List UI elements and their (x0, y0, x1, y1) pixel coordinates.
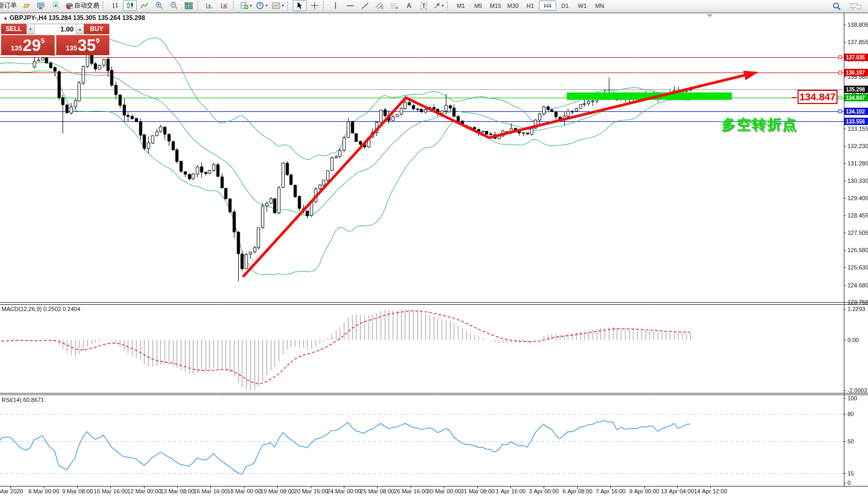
auto-trading-button[interactable]: 自动交易 (64, 0, 101, 11)
toolbar-separator (197, 1, 201, 10)
new-order-button[interactable]: 新订单 (0, 0, 18, 11)
chart-title: ▲ GBPJPY-,H4 135.284 135.305 135.264 135… (3, 14, 145, 22)
bar-chart-button[interactable] (108, 0, 122, 11)
auto-scroll-button[interactable] (203, 0, 217, 11)
chart-shift-icon (220, 2, 229, 9)
timeframe-label: M15 (490, 3, 501, 9)
sell-label: SELL (6, 25, 22, 33)
horizontal-line-icon (346, 3, 354, 8)
text-label-icon: T (421, 2, 427, 9)
timeframe-label: MN (595, 3, 604, 9)
collapse-triangle-icon[interactable]: ▲ (3, 15, 8, 20)
trendline-icon (361, 2, 369, 9)
signal-icon (52, 2, 60, 9)
volume-decrease-button[interactable]: ▼ (27, 24, 35, 34)
timeframe-m30-button[interactable]: M30 (504, 1, 522, 11)
timeframe-label: H1 (527, 3, 534, 9)
crosshair-button[interactable] (308, 0, 321, 11)
rsi-indicator-label: RSI(14) 60.8671 (2, 397, 44, 403)
arrows-tool-button[interactable]: ▾ (432, 0, 445, 11)
vertical-line-tool-button[interactable] (329, 0, 342, 11)
buy-button[interactable]: BUY (84, 24, 109, 34)
sell-price-point: 5 (41, 37, 45, 45)
equidistant-channel-icon: E (375, 2, 384, 9)
chart-shift-button[interactable] (218, 0, 231, 11)
mt4-window: 新订单 自动交易 (0, 0, 868, 497)
chevron-down-icon: ▾ (250, 3, 252, 8)
new-order-label: 新订单 (0, 1, 17, 10)
svg-text:F: F (396, 6, 398, 9)
macd-values: 0.2502 0.2404 (43, 306, 80, 312)
add-indicator-icon (240, 2, 249, 9)
cursor-button[interactable] (293, 0, 307, 11)
tile-windows-button[interactable] (182, 0, 196, 11)
text-tool-button[interactable]: A (402, 0, 416, 11)
comments-button[interactable] (849, 1, 863, 12)
horizontal-line-tool-button[interactable] (343, 0, 357, 11)
timeframe-h1-button[interactable]: H1 (522, 1, 539, 11)
sell-button[interactable]: SELL (1, 24, 26, 34)
timeframe-h4-button[interactable]: H4 (539, 1, 556, 11)
buy-price-whole: 135 (66, 44, 77, 52)
cursor-icon (297, 2, 303, 9)
chevron-down-icon: ▾ (442, 3, 444, 8)
timeframe-label: W1 (578, 3, 587, 9)
periods-button[interactable]: ▾ (254, 0, 269, 11)
sell-price-pips: 29 (23, 38, 40, 54)
search-icon (832, 2, 841, 11)
equidistant-channel-tool-button[interactable]: E (373, 0, 386, 11)
search-button[interactable] (830, 1, 843, 12)
zoom-in-icon (155, 2, 164, 9)
triangle-down-icon: ▼ (29, 27, 33, 31)
tile-windows-icon (185, 2, 193, 9)
gold-ingot-button[interactable] (19, 0, 33, 11)
add-indicator-button[interactable]: ▾ (239, 0, 253, 11)
fibonacci-tool-button[interactable]: F (387, 0, 401, 11)
toolbar: 新订单 自动交易 (0, 0, 868, 12)
buy-price-pips: 35 (78, 38, 96, 54)
timeframe-m5-button[interactable]: M5 (469, 1, 487, 11)
line-chart-button[interactable] (138, 0, 151, 11)
toolbar-separator (233, 1, 237, 10)
volume-input[interactable] (35, 25, 76, 34)
toolbar-separator (103, 1, 107, 10)
timeframe-m15-button[interactable]: M15 (487, 1, 504, 11)
bar-chart-icon (111, 2, 119, 9)
timeframe-d1-button[interactable]: D1 (556, 1, 574, 11)
templates-button[interactable]: ▾ (270, 0, 285, 11)
macd-name: MACD(12,26,9) (2, 306, 42, 312)
timeframe-mn-button[interactable]: MN (591, 1, 608, 11)
terminal-button[interactable] (34, 0, 48, 11)
vertical-line-icon (333, 2, 338, 9)
one-click-trading-panel: SELL ▼ ▲ BUY 135 29 5 135 35 9 (1, 24, 109, 55)
comments-icon (850, 2, 862, 11)
rsi-value: 60.8671 (23, 397, 44, 403)
buy-label: BUY (90, 25, 103, 33)
timeframe-m1-button[interactable]: M1 (452, 1, 469, 11)
timeframe-w1-button[interactable]: W1 (574, 1, 591, 11)
arrows-tool-icon (433, 2, 441, 9)
price-tag-annotation[interactable]: 134.847 (798, 90, 838, 104)
fibonacci-icon: F (390, 2, 399, 9)
text-label-tool-button[interactable]: T (417, 0, 431, 11)
timeframe-label: D1 (561, 3, 569, 9)
zoom-in-button[interactable] (152, 0, 166, 11)
text-tool-icon: A (406, 2, 411, 9)
buy-price-display[interactable]: 135 35 9 (56, 35, 110, 55)
auto-scroll-icon (206, 2, 214, 9)
chevron-down-icon: ▾ (282, 3, 284, 8)
auto-trading-icon (65, 2, 74, 9)
trendline-tool-button[interactable] (358, 0, 372, 11)
candlestick-chart-button[interactable] (123, 0, 137, 11)
sell-price-display[interactable]: 135 29 5 (1, 35, 55, 55)
gold-ingot-icon (22, 2, 31, 9)
sell-price-whole: 135 (11, 44, 23, 52)
crosshair-icon (311, 2, 319, 9)
zoom-out-button[interactable] (167, 0, 181, 11)
timeframe-label: M30 (507, 3, 518, 9)
chart-canvas[interactable] (0, 0, 868, 497)
toolbar-separator (287, 1, 291, 10)
signal-button[interactable] (49, 0, 63, 11)
volume-increase-button[interactable]: ▲ (76, 24, 84, 34)
rsi-name: RSI(14) (2, 397, 22, 403)
